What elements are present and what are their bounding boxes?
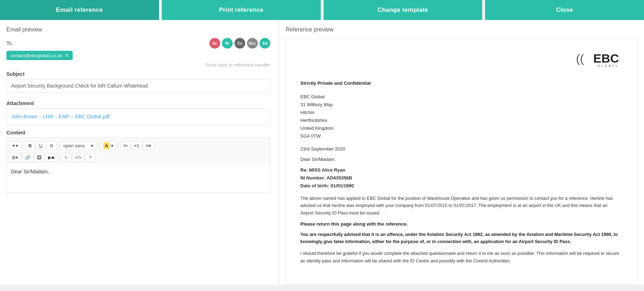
font-color-btn[interactable]: A ▾ (100, 140, 116, 151)
ordered-list-btn[interactable]: ≡1 (131, 141, 142, 150)
font-select-btn[interactable]: open sans ▾ (60, 141, 96, 150)
subject-label: Subject (6, 71, 270, 77)
embed-btn[interactable]: ▶■ (45, 153, 57, 162)
link-btn[interactable]: 🔗 (22, 153, 33, 162)
highlight-a: A (103, 142, 110, 149)
email-reference-button[interactable]: Email reference (0, 0, 159, 20)
ebc-global-logo: EBC (( GLOBAL (563, 49, 621, 69)
divider-2 (58, 142, 59, 149)
help-btn[interactable]: ? (85, 153, 95, 162)
code-btn[interactable]: </> (72, 153, 84, 162)
ref-logo: EBC (( GLOBAL (300, 49, 621, 70)
magic-toolbar-btn[interactable]: ✦▾ (9, 141, 21, 150)
avatar-att[interactable]: Att (260, 38, 270, 49)
top-bar: Email reference Print reference Change t… (0, 0, 644, 20)
address-line-4: Hertfordshire (300, 117, 621, 124)
right-panel: Reference preview EBC (( GLOBAL Strictly… (279, 20, 644, 285)
email-address: contact@ebcglobal.co.uk (10, 53, 62, 58)
table-btn[interactable]: ⊞▾ (9, 153, 21, 162)
ref-confidential: Strictly Private and Confidential (300, 80, 621, 86)
change-template-button[interactable]: Change template (324, 0, 483, 20)
ref-body1: The above named has applied to EBC Globa… (300, 195, 621, 217)
ref-bold-note1: Please return this page along with the r… (300, 221, 621, 227)
print-reference-button[interactable]: Print reference (162, 0, 321, 20)
underline-btn[interactable]: U (36, 141, 46, 150)
toolbar-row-2: ⊞▾ 🔗 🖼 ▶■ ⤡ </> ? (9, 152, 268, 163)
svg-text:EBC: EBC (593, 51, 619, 65)
re-line2-text: NI Number: AD435356B (300, 175, 352, 181)
remove-email-icon[interactable]: ✕ (65, 53, 69, 58)
avatar-bcc[interactable]: Bcc (247, 38, 258, 49)
reference-preview-title: Reference preview (286, 26, 638, 33)
content-label: Content (6, 130, 270, 135)
avatar-cc[interactable]: Cc (234, 38, 245, 49)
re-line2: NI Number: AD435356B (300, 174, 621, 182)
address-line-2: 31 Wilbury Way (300, 101, 621, 109)
divider-3 (98, 142, 98, 149)
resize-btn[interactable]: ⤡ (61, 153, 71, 162)
toolbar-row-1: ✦▾ B U S open sans ▾ A ▾ (9, 139, 268, 152)
email-scroll-area[interactable]: To Sc Rr Cc Bcc Att contact@ebcglobal.co… (6, 38, 272, 285)
svg-text:GLOBAL: GLOBAL (597, 64, 619, 68)
reference-scroll[interactable]: EBC (( GLOBAL Strictly Private and Confi… (286, 38, 638, 285)
svg-text:((: (( (576, 51, 584, 65)
color-dropdown-icon: ▾ (111, 143, 113, 148)
divider-4 (118, 142, 118, 149)
subject-input[interactable] (6, 79, 270, 93)
address-line-5: United Kingdom (300, 124, 621, 132)
avatar-sc[interactable]: Sc (209, 38, 220, 49)
ref-bold-note2: You are respectfully advised that it is … (300, 231, 621, 246)
font-dropdown-icon: ▾ (91, 143, 93, 148)
ref-address: EBC Global 31 Wilbury Way Hitchin Hertfo… (300, 93, 621, 140)
avatar-rr[interactable]: Rr (222, 38, 233, 49)
editor-text: Dear Sir/Madam, (11, 169, 49, 174)
to-row: To Sc Rr Cc Bcc Att (6, 38, 270, 49)
reference-document: EBC (( GLOBAL Strictly Private and Confi… (286, 38, 635, 285)
ref-date: 23rd September 2020 (300, 146, 621, 152)
divider-1 (23, 142, 23, 149)
ref-re: Re: MISS Alice Ryan NI Number: AD435356B… (300, 166, 621, 190)
strikethrough-btn[interactable]: S (47, 141, 57, 150)
bold-btn[interactable]: B (25, 141, 35, 150)
re-line3-text: Date of birth: 01/01/1990 (300, 183, 354, 188)
unordered-list-btn[interactable]: ≡• (120, 141, 130, 150)
avatar-group: Sc Rr Cc Bcc Att (209, 38, 270, 49)
image-btn[interactable]: 🖼 (34, 153, 44, 162)
re-line1-text: Re: MISS Alice Ryan (300, 167, 345, 173)
re-line1: Re: MISS Alice Ryan (300, 166, 621, 174)
attachment-label: Attachment (6, 100, 270, 106)
close-button[interactable]: Close (485, 0, 644, 20)
email-preview-title: Email preview (6, 26, 272, 33)
address-line-3: Hitchin (300, 109, 621, 117)
alignment-btn[interactable]: ≡▾ (143, 141, 154, 150)
editor-content[interactable]: Dear Sir/Madam, (6, 164, 270, 193)
font-name: open sans (63, 143, 85, 148)
address-line-6: SG4 0TW (300, 132, 621, 140)
editor-toolbar: ✦▾ B U S open sans ▾ A ▾ (6, 138, 270, 164)
to-label: To (6, 40, 28, 46)
divider-5 (59, 154, 59, 161)
ref-body2: I should therefore be grateful if you wo… (300, 250, 621, 265)
main-content: Email preview To Sc Rr Cc Bcc Att contac… (0, 20, 644, 285)
email-tag[interactable]: contact@ebcglobal.co.uk ✕ (6, 51, 73, 60)
ref-salutation: Dear Sir/Madam, (300, 157, 621, 162)
address-line-1: EBC Global (300, 93, 621, 101)
copy-handler-text: Send copy to reference handler (6, 62, 270, 68)
left-panel: Email preview To Sc Rr Cc Bcc Att contac… (0, 20, 279, 285)
re-line3: Date of birth: 01/01/1990 (300, 182, 621, 190)
attachment-file[interactable]: John Brown – LHR – EMP – EBC Global.pdf (6, 108, 270, 125)
